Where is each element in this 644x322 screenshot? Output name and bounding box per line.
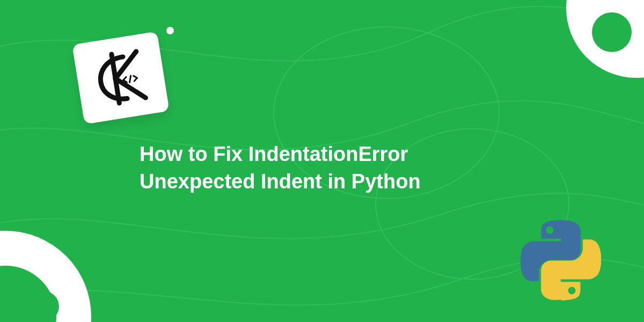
page-title: How to Fix IndentationError Unexpected I… xyxy=(140,141,421,196)
k-monogram-icon xyxy=(84,41,157,114)
svg-line-3 xyxy=(112,52,140,79)
title-line-1: How to Fix IndentationError xyxy=(140,143,408,165)
title-line-2: Unexpected Indent in Python xyxy=(140,170,421,193)
python-icon xyxy=(521,220,601,301)
brand-logo-card xyxy=(72,31,169,124)
svg-line-5 xyxy=(129,76,132,82)
logo-accent-dot xyxy=(166,27,174,34)
